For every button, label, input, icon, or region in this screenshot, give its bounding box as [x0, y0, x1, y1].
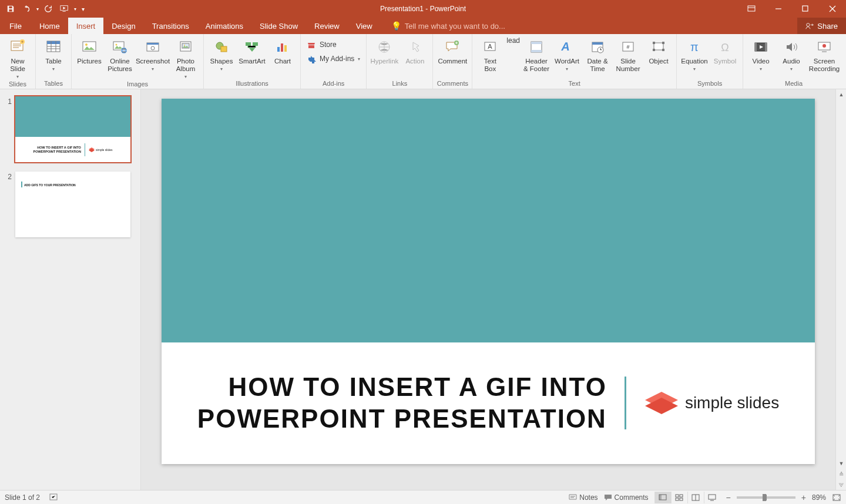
lightbulb-icon: 💡 — [391, 21, 401, 31]
svg-rect-53 — [659, 495, 662, 500]
vertical-scrollbar[interactable]: ▲ ▼ ≙ ⩔ — [835, 89, 846, 490]
next-slide-icon[interactable]: ⩔ — [836, 479, 846, 490]
text-box-icon: A — [481, 38, 499, 56]
svg-text:Ω: Ω — [721, 42, 728, 53]
zoom-percent[interactable]: 89% — [812, 493, 826, 502]
zoom-slider[interactable] — [737, 496, 795, 499]
svg-rect-43 — [662, 49, 664, 51]
thumb-number: 1 — [6, 96, 12, 106]
wordart-icon: A — [558, 38, 576, 56]
slide-number-icon: # — [619, 38, 637, 56]
photo-album-button[interactable]: Photo Album ▾ — [172, 36, 200, 79]
svg-text:A: A — [560, 40, 572, 53]
menu-tabs: File Home Insert Design Transitions Anim… — [0, 18, 846, 34]
ribbon-display-options-icon[interactable] — [738, 0, 765, 18]
svg-point-50 — [822, 44, 826, 48]
tab-slideshow[interactable]: Slide Show — [251, 18, 306, 34]
close-icon[interactable] — [819, 0, 846, 18]
ribbon-group-text: A Text Box lead Header & Footer A WordAr… — [472, 34, 677, 89]
shapes-button[interactable]: Shapes ▾ — [207, 36, 236, 72]
slide-thumbnail-1[interactable]: HOW TO INSERT A GIF INTO POWERPOINT PRES… — [15, 96, 130, 162]
notes-button[interactable]: Notes — [569, 493, 597, 502]
symbol-button[interactable]: Ω Symbol — [711, 36, 739, 65]
tab-insert[interactable]: Insert — [68, 18, 104, 34]
object-button[interactable]: Object — [644, 36, 673, 65]
my-addins-button[interactable]: My Add-ins ▾ — [307, 54, 360, 63]
equation-button[interactable]: π Equation ▾ — [680, 36, 709, 72]
smartart-button[interactable]: SmartArt — [238, 36, 266, 65]
smartart-label: SmartArt — [239, 58, 265, 65]
zoom-in-button[interactable]: + — [801, 493, 806, 502]
new-slide-button[interactable]: New Slide ▾ — [4, 36, 32, 79]
photo-album-label: Photo Album — [176, 58, 196, 73]
tab-view[interactable]: View — [348, 18, 381, 34]
view-buttons — [654, 492, 720, 503]
header-footer-button[interactable]: Header & Footer — [522, 36, 550, 73]
ribbon-group-media: Video ▾ Audio ▾ Screen Recording Media — [743, 34, 844, 89]
tab-file[interactable]: File — [0, 18, 31, 34]
save-icon[interactable] — [4, 2, 18, 16]
redo-icon[interactable] — [41, 2, 55, 16]
screenshot-button[interactable]: Screenshot ▾ — [136, 36, 169, 72]
date-time-icon — [588, 38, 607, 56]
audio-button[interactable]: Audio ▾ — [777, 36, 805, 72]
tell-me-search[interactable]: 💡 Tell me what you want to do... — [381, 18, 505, 34]
svg-text:#: # — [627, 44, 630, 50]
normal-view-button[interactable] — [654, 492, 671, 503]
date-time-button[interactable]: Date & Time — [583, 36, 612, 73]
pictures-button[interactable]: Pictures — [75, 36, 103, 65]
video-button[interactable]: Video ▾ — [747, 36, 775, 72]
screenshot-label: Screenshot — [136, 58, 170, 65]
thumb-number: 2 — [6, 172, 12, 181]
undo-icon[interactable] — [20, 2, 34, 16]
action-button[interactable]: Action — [401, 36, 429, 65]
my-addins-label: My Add-ins — [320, 55, 354, 63]
slide-canvas[interactable]: HOW TO INSERT A GIF INTO POWERPOINT PRES… — [162, 99, 815, 464]
tab-design[interactable]: Design — [103, 18, 143, 34]
screen-recording-icon — [815, 38, 834, 56]
customize-qat-icon[interactable]: ▾ — [79, 2, 87, 16]
svg-rect-39 — [654, 43, 663, 50]
chart-button[interactable]: Chart — [268, 36, 297, 65]
comment-button[interactable]: Comment — [437, 36, 468, 65]
screen-recording-button[interactable]: Screen Recording — [808, 36, 841, 73]
header-footer-icon — [527, 38, 546, 56]
table-button[interactable]: Table ▾ — [39, 36, 68, 72]
scroll-down-icon[interactable]: ▼ — [836, 458, 846, 469]
svg-rect-22 — [253, 42, 258, 46]
new-slide-icon — [8, 38, 27, 56]
svg-rect-20 — [221, 46, 227, 52]
share-button[interactable]: Share — [797, 18, 846, 34]
fit-to-window-button[interactable] — [832, 493, 841, 502]
svg-rect-47 — [755, 43, 757, 51]
hyperlink-button[interactable]: Hyperlink — [370, 36, 398, 65]
slide-number-button[interactable]: # Slide Number — [614, 36, 642, 73]
slideshow-view-button[interactable] — [704, 492, 720, 503]
prev-slide-icon[interactable]: ≙ — [836, 469, 846, 479]
tab-review[interactable]: Review — [306, 18, 348, 34]
slide-sorter-button[interactable] — [671, 492, 687, 503]
wordart-button[interactable]: A WordArt ▾ — [553, 36, 581, 72]
reading-view-button[interactable] — [687, 492, 704, 503]
svg-text:π: π — [690, 41, 699, 53]
comments-button[interactable]: Comments — [604, 493, 649, 502]
svg-rect-56 — [676, 498, 679, 500]
tab-home[interactable]: Home — [31, 18, 68, 34]
spellcheck-icon[interactable] — [49, 493, 59, 502]
text-box-button[interactable]: A Text Box — [476, 36, 504, 73]
tab-animations[interactable]: Animations — [197, 18, 251, 34]
online-pictures-button[interactable]: Online Pictures — [106, 36, 134, 73]
thumb1-title: HOW TO INSERT A GIF INTO POWERPOINT PRES… — [33, 146, 80, 154]
scroll-up-icon[interactable]: ▲ — [836, 89, 846, 100]
ribbon-group-addins: Store My Add-ins ▾ Add-ins — [301, 34, 367, 89]
minimize-icon[interactable] — [765, 0, 792, 18]
svg-text:A: A — [488, 43, 493, 50]
tell-me-placeholder: Tell me what you want to do... — [405, 22, 505, 31]
zoom-out-button[interactable]: − — [726, 493, 731, 502]
slide-thumbnail-2[interactable]: ADD GIFS TO YOUR PRESENTATION — [15, 172, 130, 237]
tab-transitions[interactable]: Transitions — [144, 18, 197, 34]
store-button[interactable]: Store — [307, 40, 360, 49]
ribbon-group-illustrations: Shapes ▾ SmartArt Chart Illustrations — [204, 34, 301, 89]
maximize-icon[interactable] — [792, 0, 819, 18]
start-from-beginning-icon[interactable] — [58, 2, 72, 16]
